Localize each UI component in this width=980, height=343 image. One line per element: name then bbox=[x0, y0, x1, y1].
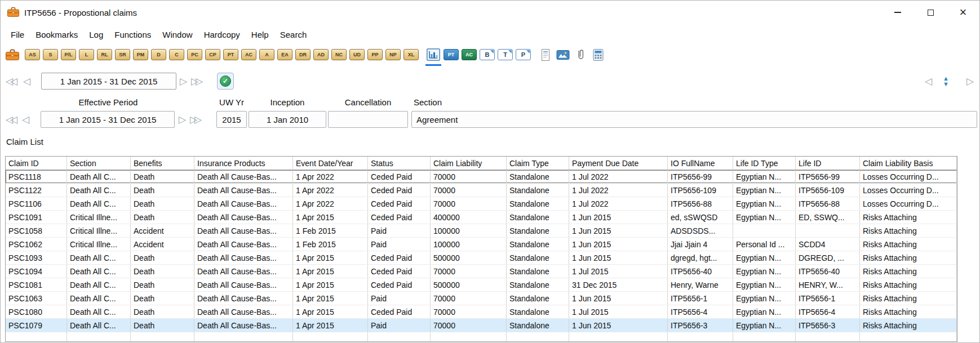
toolbar-pm-icon[interactable]: PM bbox=[133, 49, 148, 60]
menu-item-functions[interactable]: Functions bbox=[109, 27, 157, 42]
toolbar-cp-icon[interactable]: CP bbox=[205, 49, 220, 60]
toolbar-np-icon[interactable]: NP bbox=[385, 49, 401, 60]
record-forward-button[interactable] bbox=[966, 77, 974, 86]
table-row[interactable]: PSC1058Critical Illne...AccidentDeath Al… bbox=[6, 224, 957, 238]
table-row[interactable]: PSC1062Critical Illne...AccidentDeath Al… bbox=[6, 238, 957, 251]
table-row[interactable]: PSC1091Critical Illne...DeathDeath All C… bbox=[6, 211, 957, 224]
report-doc-icon[interactable] bbox=[538, 47, 553, 62]
uw-yr-field[interactable]: 2015 bbox=[216, 111, 247, 128]
toolbar-nc-icon[interactable]: NC bbox=[331, 49, 347, 60]
minimize-icon bbox=[894, 12, 901, 13]
table-row[interactable]: PSC1106Death All C...DeathDeath All Caus… bbox=[6, 197, 957, 211]
effective-period-field[interactable]: 1 Jan 2015 - 31 Dec 2015 bbox=[41, 111, 175, 128]
column-header-event-date-year[interactable]: Event Date/Year bbox=[293, 157, 368, 170]
period-skip-forward-button[interactable] bbox=[191, 77, 203, 86]
menu-item-search[interactable]: Search bbox=[274, 27, 313, 42]
table-row[interactable]: PSC1093Death All C...DeathDeath All Caus… bbox=[6, 251, 957, 265]
column-header-io-fullname[interactable]: IO FullName bbox=[668, 157, 733, 170]
inception-field[interactable]: 1 Jan 2010 bbox=[249, 111, 326, 128]
toolbar-xl-icon[interactable]: XL bbox=[403, 49, 419, 60]
period-back-button[interactable] bbox=[23, 77, 30, 86]
effective-back-button[interactable] bbox=[22, 115, 29, 124]
table-row[interactable]: PSC1094Death All C...DeathDeath All Caus… bbox=[6, 265, 957, 278]
cell: Death All Cause-Bas... bbox=[194, 292, 293, 305]
period-nav-bar: 1 Jan 2015 - 31 Dec 2015 bbox=[1, 70, 979, 92]
cell: Death bbox=[131, 170, 194, 183]
table-row[interactable]: PSC1080Death All C...DeathDeath All Caus… bbox=[6, 305, 957, 319]
column-header-section[interactable]: Section bbox=[67, 157, 131, 170]
column-header-claim-liability[interactable]: Claim Liability bbox=[431, 157, 507, 170]
column-header-payment-due-date[interactable]: Payment Due Date bbox=[569, 157, 668, 170]
attachment-icon[interactable] bbox=[573, 47, 588, 62]
maximize-button[interactable] bbox=[914, 1, 947, 24]
cell: Egyptian N... bbox=[733, 197, 796, 210]
toolbar-it-icon[interactable]: T bbox=[498, 49, 513, 60]
column-header-life-id[interactable]: Life ID bbox=[796, 157, 860, 170]
table-row[interactable]: PSC1081Death All C...DeathDeath All Caus… bbox=[6, 278, 957, 292]
claims-chart-icon[interactable] bbox=[426, 47, 441, 62]
table-row[interactable]: PSC1079Death All C...DeathDeath All Caus… bbox=[6, 319, 957, 332]
record-sort-button[interactable] bbox=[943, 75, 949, 87]
table-row[interactable]: PSC1122Death All C...DeathDeath All Caus… bbox=[6, 184, 957, 197]
column-header-claim-type[interactable]: Claim Type bbox=[507, 157, 569, 170]
toolbar-ea-icon[interactable]: EA bbox=[277, 49, 292, 60]
toolbar-pt-blue-icon[interactable]: PT bbox=[444, 49, 459, 60]
cell: 1 Jul 2022 bbox=[569, 184, 668, 197]
toolbar-c-icon[interactable]: C bbox=[169, 49, 184, 60]
effective-skip-forward-button[interactable] bbox=[190, 115, 202, 124]
toolbar-a-icon[interactable]: A bbox=[259, 49, 274, 60]
cell: Death All Cause-Bas... bbox=[194, 184, 293, 197]
toolbar-rl-icon[interactable]: RL bbox=[97, 49, 112, 60]
toolbar-as-icon[interactable]: AS bbox=[25, 49, 40, 60]
toolbar-dr-icon[interactable]: DR bbox=[295, 49, 311, 60]
column-header-claim-liability-basis[interactable]: Claim Liability Basis bbox=[860, 157, 957, 170]
toolbar-ad-icon[interactable]: AD bbox=[313, 49, 329, 60]
cell: 1 Jun 2015 bbox=[569, 292, 668, 305]
menu-item-window[interactable]: Window bbox=[157, 27, 198, 42]
toolbar-l-icon[interactable]: L bbox=[79, 49, 94, 60]
menu-item-help[interactable]: Help bbox=[246, 27, 274, 42]
calculator-icon[interactable] bbox=[591, 47, 605, 62]
apply-filter-button[interactable] bbox=[217, 73, 234, 90]
toolbar-ib-icon[interactable]: B bbox=[480, 49, 495, 60]
effective-forward-button[interactable] bbox=[179, 115, 186, 124]
table-row[interactable]: PSC1063Death All C...DeathDeath All Caus… bbox=[6, 292, 957, 305]
period-skip-back-button[interactable] bbox=[6, 77, 17, 86]
toolbar-s-icon[interactable]: S bbox=[43, 49, 58, 60]
column-header-life-id-type[interactable]: Life ID Type bbox=[733, 157, 796, 170]
app-briefcase-icon[interactable] bbox=[5, 47, 20, 62]
menu-item-hardcopy[interactable]: Hardcopy bbox=[198, 27, 246, 42]
record-back-button[interactable] bbox=[925, 77, 932, 86]
toolbar-pt-icon[interactable]: PT bbox=[223, 49, 238, 60]
toolbar-ac-green-icon[interactable]: AC bbox=[462, 49, 477, 60]
period-forward-button[interactable] bbox=[180, 77, 187, 86]
toolbar-d-icon[interactable]: D bbox=[151, 49, 166, 60]
toolbar-ud-icon[interactable]: UD bbox=[349, 49, 365, 60]
table-row[interactable]: PSC1118Death All C...DeathDeath All Caus… bbox=[6, 170, 957, 184]
menu-bar: FileBookmarksLogFunctionsWindowHardcopyH… bbox=[1, 24, 979, 44]
cell: Egyptian N... bbox=[733, 170, 796, 183]
filler-cell bbox=[6, 332, 67, 341]
period-range-field[interactable]: 1 Jan 2015 - 31 Dec 2015 bbox=[41, 73, 176, 90]
toolbar: ASSP/LLRLSRPMDCPCCPPTACAEADRADNCUDPPNPXL… bbox=[1, 44, 979, 65]
effective-skip-back-button[interactable] bbox=[6, 115, 17, 124]
column-header-benefits[interactable]: Benefits bbox=[131, 157, 194, 170]
toolbar-pl-icon[interactable]: P/L bbox=[61, 49, 76, 60]
toolbar-pc-icon[interactable]: PC bbox=[187, 49, 202, 60]
section-field[interactable]: Agreement bbox=[411, 111, 977, 128]
toolbar-ac-icon[interactable]: AC bbox=[241, 49, 256, 60]
cancellation-field[interactable] bbox=[328, 111, 408, 128]
close-button[interactable] bbox=[947, 1, 979, 24]
menu-item-file[interactable]: File bbox=[5, 27, 30, 42]
toolbar-ip-icon[interactable]: P bbox=[516, 49, 531, 60]
column-header-insurance-products[interactable]: Insurance Products bbox=[194, 157, 293, 170]
column-header-status[interactable]: Status bbox=[368, 157, 431, 170]
cell: Critical Illne... bbox=[67, 238, 131, 251]
menu-item-log[interactable]: Log bbox=[83, 27, 109, 42]
image-export-icon[interactable] bbox=[556, 47, 570, 62]
column-header-claim-id[interactable]: Claim ID bbox=[6, 157, 67, 170]
toolbar-pp-icon[interactable]: PP bbox=[367, 49, 383, 60]
toolbar-sr-icon[interactable]: SR bbox=[115, 49, 130, 60]
menu-item-bookmarks[interactable]: Bookmarks bbox=[30, 27, 83, 42]
minimize-button[interactable] bbox=[881, 1, 914, 24]
